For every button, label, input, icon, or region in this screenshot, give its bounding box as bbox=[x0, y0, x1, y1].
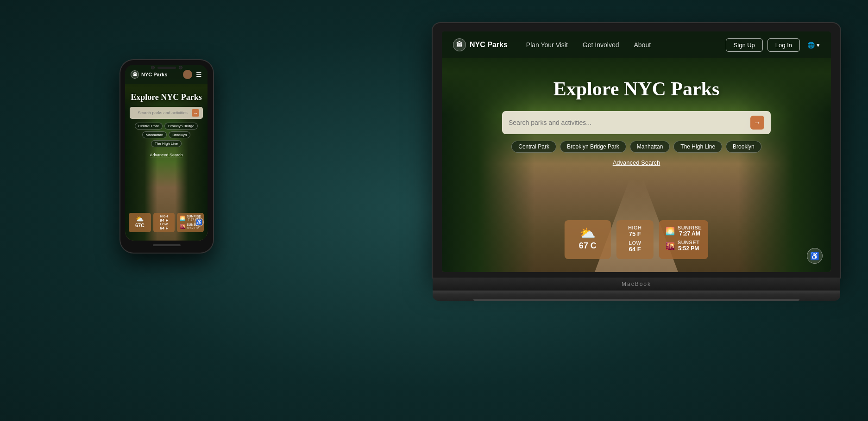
low-value: 64 F bbox=[623, 246, 647, 253]
hero-title: Explore NYC Parks bbox=[502, 78, 771, 100]
phone-avatar[interactable] bbox=[183, 70, 192, 79]
laptop-screen: 🏛 NYC Parks Plan Your Visit Get Involved… bbox=[442, 31, 831, 272]
laptop-navbar: 🏛 NYC Parks Plan Your Visit Get Involved… bbox=[442, 31, 831, 58]
language-button[interactable]: 🌐 ▾ bbox=[807, 42, 820, 49]
phone-hero-title: Explore NYC Parks bbox=[130, 93, 203, 102]
tag-row: Central Park Brooklyn Bridge Park Manhat… bbox=[502, 141, 771, 153]
phone-tag-brooklyn-bridge[interactable]: Brooklyn Bridge bbox=[164, 123, 198, 130]
weather-row: ⛅ 67 C HIGH 75 F LOW 64 F bbox=[565, 220, 708, 259]
accessibility-button[interactable]: ♿ bbox=[807, 248, 823, 264]
lang-chevron: ▾ bbox=[817, 42, 820, 49]
hero-section: Explore NYC Parks → Central Park Brookly… bbox=[502, 78, 771, 167]
search-submit-button[interactable]: → bbox=[750, 116, 764, 130]
phone-logo-icon: 🏛 bbox=[131, 70, 139, 79]
phone-tag-manhattan[interactable]: Manhattan bbox=[142, 131, 167, 138]
phone-hero: Explore NYC Parks Search parks and activ… bbox=[125, 93, 208, 158]
phone-tag-brooklyn[interactable]: Brooklyn bbox=[169, 131, 190, 138]
search-input[interactable] bbox=[509, 119, 750, 126]
phone-sunrise-icon: 🌅 bbox=[180, 216, 185, 221]
nav-plan-visit[interactable]: Plan Your Visit bbox=[526, 41, 568, 49]
phone-logo: 🏛 NYC Parks bbox=[131, 70, 167, 79]
phone-device: 🏛 NYC Parks ☰ Explore NYC Parks Search p… bbox=[120, 60, 213, 253]
phone-camera-2 bbox=[179, 66, 182, 69]
globe-icon: 🌐 bbox=[807, 42, 815, 49]
weather-sun-card: 🌅 SUNRISE 7:27 AM 🌇 SUNSET 5:52 PM bbox=[659, 220, 708, 259]
nav-logo: 🏛 NYC Parks bbox=[453, 38, 508, 51]
phone-app-name: NYC Parks bbox=[141, 72, 167, 77]
signup-button[interactable]: Sign Up bbox=[726, 38, 763, 52]
sunrise-row: 🌅 SUNRISE 7:27 AM bbox=[666, 225, 702, 237]
phone-low-label: LOW bbox=[156, 223, 172, 226]
sunset-row: 🌇 SUNSET 5:52 PM bbox=[666, 240, 702, 252]
nav-get-involved[interactable]: Get Involved bbox=[583, 41, 619, 49]
phone-weather-hl: HIGH 94 F LOW 64 F bbox=[153, 213, 175, 232]
phone-home-bar[interactable] bbox=[153, 244, 181, 246]
tag-brooklyn-bridge[interactable]: Brooklyn Bridge Park bbox=[560, 141, 626, 153]
sunset-label: SUNSET bbox=[678, 240, 700, 245]
logo-icon: 🏛 bbox=[453, 38, 466, 51]
app-name: NYC Parks bbox=[470, 41, 508, 49]
phone-search-input[interactable]: Search parks and activities bbox=[133, 111, 192, 115]
tag-manhattan[interactable]: Manhattan bbox=[630, 141, 670, 153]
phone-low-val: 64 F bbox=[156, 226, 172, 230]
tag-brooklyn[interactable]: Brooklyn bbox=[726, 141, 761, 153]
weather-main-icon: ⛅ bbox=[573, 226, 603, 241]
logo-emblem: 🏛 bbox=[456, 41, 463, 49]
phone-notch bbox=[151, 66, 182, 69]
weather-main-temp: 67 C bbox=[573, 241, 603, 251]
sunrise-value: 7:27 AM bbox=[678, 230, 702, 237]
phone-sunset-val: 5:52 PM bbox=[187, 226, 200, 229]
tag-high-line[interactable]: The High Line bbox=[673, 141, 722, 153]
accessibility-icon: ♿ bbox=[810, 252, 819, 260]
phone-body: 🏛 NYC Parks ☰ Explore NYC Parks Search p… bbox=[120, 60, 213, 253]
phone-screen: 🏛 NYC Parks ☰ Explore NYC Parks Search p… bbox=[125, 65, 208, 241]
phone-high-label: HIGH bbox=[156, 215, 172, 218]
laptop-bottom-bar: MacBook bbox=[433, 278, 840, 291]
phone-accessibility-button[interactable]: ♿ bbox=[195, 217, 204, 227]
weather-main-card: ⛅ 67 C bbox=[565, 220, 611, 259]
phone-speaker bbox=[157, 67, 176, 69]
phone-sunset-icon: 🌇 bbox=[180, 224, 185, 229]
nav-actions: Sign Up Log In 🌐 ▾ bbox=[726, 38, 820, 52]
sunrise-label: SUNRISE bbox=[678, 225, 702, 230]
phone-accessibility-icon: ♿ bbox=[196, 219, 202, 225]
login-button[interactable]: Log In bbox=[767, 38, 800, 52]
phone-tag-high-line[interactable]: The High Line bbox=[151, 140, 182, 147]
high-value: 75 F bbox=[623, 230, 647, 237]
laptop-base bbox=[433, 291, 840, 301]
macbook-label: MacBook bbox=[622, 281, 651, 287]
advanced-search-link[interactable]: Advanced Search bbox=[613, 159, 660, 166]
laptop-bezel: 🏛 NYC Parks Plan Your Visit Get Involved… bbox=[433, 23, 840, 278]
laptop-device: 🏛 NYC Parks Plan Your Visit Get Involved… bbox=[433, 23, 840, 301]
sunrise-icon: 🌅 bbox=[666, 227, 675, 235]
phone-weather-main: ⛅ 67C bbox=[129, 213, 151, 232]
phone-menu-button[interactable]: ☰ bbox=[196, 71, 202, 78]
phone-search-bar: Search parks and activities → bbox=[130, 107, 203, 119]
phone-high-val: 94 F bbox=[156, 218, 172, 223]
nav-about[interactable]: About bbox=[634, 41, 651, 49]
search-bar: → bbox=[502, 111, 771, 134]
phone-tag-central-park[interactable]: Central Park bbox=[135, 123, 163, 130]
low-label: LOW bbox=[623, 240, 647, 246]
phone-camera bbox=[151, 66, 155, 69]
phone-advanced-search[interactable]: Advanced Search bbox=[150, 153, 182, 157]
weather-hl-card: HIGH 75 F LOW 64 F bbox=[616, 220, 654, 259]
tag-central-park[interactable]: Central Park bbox=[511, 141, 556, 153]
phone-tag-row: Central Park Brooklyn Bridge Manhattan B… bbox=[130, 123, 203, 147]
sunset-value: 5:52 PM bbox=[678, 245, 700, 252]
high-label: HIGH bbox=[623, 225, 647, 230]
phone-weather-row: ⛅ 67C HIGH 94 F LOW 64 F 🌅 SUNRISE 7:27 … bbox=[129, 213, 204, 232]
sunset-icon: 🌇 bbox=[666, 241, 675, 250]
phone-search-button[interactable]: → bbox=[192, 109, 199, 117]
phone-weather-temp: 67C bbox=[132, 223, 148, 228]
nav-links: Plan Your Visit Get Involved About bbox=[526, 41, 651, 49]
phone-weather-icon: ⛅ bbox=[132, 215, 148, 223]
